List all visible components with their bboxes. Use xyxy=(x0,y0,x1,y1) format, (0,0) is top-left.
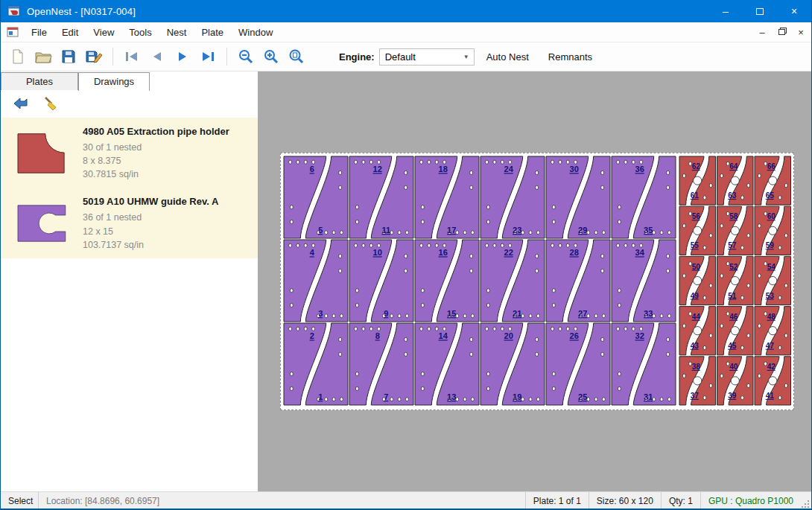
menu-item-window[interactable]: Window xyxy=(231,24,280,41)
drill-hole-icon xyxy=(486,372,489,376)
zoom-fit-button[interactable] xyxy=(284,45,309,68)
drill-hole-icon xyxy=(758,374,761,377)
nav-prev-button[interactable] xyxy=(145,45,170,68)
drill-hole-icon xyxy=(405,398,408,401)
tab-plates[interactable]: Plates xyxy=(1,72,78,90)
drill-hole-icon xyxy=(709,334,712,337)
drill-hole-icon xyxy=(332,398,335,401)
maximize-button[interactable] xyxy=(743,0,777,22)
menu-item-nest[interactable]: Nest xyxy=(159,24,194,41)
part-number-label: 19 xyxy=(513,392,521,401)
open-folder-icon xyxy=(34,48,52,65)
drill-hole-icon xyxy=(339,337,342,341)
part-number-label: 26 xyxy=(570,331,579,340)
drill-hole-icon xyxy=(443,243,446,247)
close-button[interactable]: × xyxy=(777,0,811,22)
left-panel: Plates Drawings xyxy=(1,71,258,491)
main-area: Plates Drawings xyxy=(1,71,811,491)
drill-hole-icon xyxy=(667,352,670,356)
part-number-label: 3 xyxy=(318,309,323,318)
nav-first-button[interactable] xyxy=(119,45,145,68)
drill-hole-icon xyxy=(443,327,446,331)
save-as-button[interactable] xyxy=(81,45,107,68)
remnants-button[interactable]: Remnants xyxy=(541,47,600,67)
part-number-label: 42 xyxy=(767,363,776,371)
drill-hole-icon xyxy=(443,160,446,164)
drawing-nested: 36 of 1 nested xyxy=(83,211,255,224)
status-mode: Select xyxy=(1,492,38,510)
drill-hole-icon xyxy=(536,398,539,401)
drill-hole-icon xyxy=(602,398,605,401)
drill-hole-icon xyxy=(304,160,307,164)
part-number-label: 54 xyxy=(767,263,776,271)
drill-hole-icon xyxy=(340,398,343,401)
drill-hole-icon xyxy=(471,398,474,401)
clear-drawings-button[interactable] xyxy=(41,95,60,114)
load-drawing-button[interactable] xyxy=(11,95,31,114)
drill-hole-icon xyxy=(559,243,562,247)
resize-grip[interactable] xyxy=(801,492,811,510)
drill-hole-icon xyxy=(682,324,685,328)
drill-hole-icon xyxy=(552,372,555,376)
menu-item-plate[interactable]: Plate xyxy=(194,24,231,41)
drill-hole-icon xyxy=(486,220,489,223)
drill-hole-icon xyxy=(536,254,539,258)
part-number-label: 32 xyxy=(635,331,644,340)
new-file-icon xyxy=(10,48,26,65)
drill-hole-icon xyxy=(784,284,787,287)
drill-hole-icon xyxy=(463,398,466,401)
menu-item-edit[interactable]: Edit xyxy=(54,24,86,41)
drill-hole-icon xyxy=(521,398,524,401)
status-bar: Select Location: [84.8696, 60.6957] Plat… xyxy=(1,491,811,510)
drill-hole-icon xyxy=(552,220,555,223)
mdi-restore-icon xyxy=(778,29,785,35)
drill-hole-icon xyxy=(470,352,473,356)
part-number-label: 40 xyxy=(729,363,738,371)
drill-hole-icon xyxy=(325,314,328,318)
menu-item-file[interactable]: File xyxy=(24,24,54,41)
nav-last-button[interactable] xyxy=(195,45,221,68)
drill-hole-icon xyxy=(682,173,685,177)
new-file-button[interactable] xyxy=(5,45,31,68)
part-number-label: 18 xyxy=(439,165,448,173)
menu-item-view[interactable]: View xyxy=(86,24,121,41)
part-number-label: 60 xyxy=(767,212,776,220)
drill-hole-icon xyxy=(486,303,489,307)
drill-hole-icon xyxy=(624,160,627,164)
open-file-button[interactable] xyxy=(31,45,56,68)
minimize-button[interactable]: – xyxy=(708,0,743,22)
drawing-name: 4980 A05 Extraction pipe holder xyxy=(83,126,255,137)
mdi-minimize-button[interactable]: – xyxy=(753,24,771,40)
engine-select[interactable]: Default ▼ xyxy=(379,48,475,66)
auto-nest-button[interactable]: Auto Nest xyxy=(479,47,536,67)
chevron-down-icon: ▼ xyxy=(463,54,474,60)
nest-canvas[interactable]: 6512111817242330293635431091615222128273… xyxy=(258,71,812,491)
nav-next-button[interactable] xyxy=(170,45,195,68)
zoom-in-button[interactable] xyxy=(258,45,284,68)
drill-hole-icon xyxy=(594,314,597,318)
center-hole-icon xyxy=(731,276,739,284)
drill-hole-icon xyxy=(784,234,787,238)
zoom-out-button[interactable] xyxy=(233,45,258,68)
drill-hole-icon xyxy=(653,314,656,318)
save-button[interactable] xyxy=(56,45,81,68)
mdi-restore-button[interactable] xyxy=(773,24,790,40)
menu-item-tools[interactable]: Tools xyxy=(121,24,159,41)
mdi-close-button[interactable]: × xyxy=(792,24,810,40)
drill-hole-icon xyxy=(640,327,643,331)
save-as-icon xyxy=(85,48,103,65)
drawing-list-item[interactable]: 4980 A05 Extraction pipe holder 30 of 1 … xyxy=(1,118,258,188)
drill-hole-icon xyxy=(509,327,512,331)
drawing-list-item[interactable]: 5019 A10 UHMW guide Rev. A 36 of 1 neste… xyxy=(1,188,258,258)
drill-hole-icon xyxy=(421,386,424,390)
drill-hole-icon xyxy=(601,337,604,341)
tab-drawings[interactable]: Drawings xyxy=(78,72,150,91)
drawing-name: 5019 A10 UHMW guide Rev. A xyxy=(83,196,255,207)
drill-hole-icon xyxy=(355,220,358,223)
nest-plate[interactable]: 6512111817242330293635431091615222128273… xyxy=(280,153,794,410)
drill-hole-icon xyxy=(747,184,750,188)
drill-hole-icon xyxy=(551,160,554,164)
drill-hole-icon xyxy=(486,327,489,331)
drill-hole-icon xyxy=(362,327,365,331)
drill-hole-icon xyxy=(390,398,393,401)
